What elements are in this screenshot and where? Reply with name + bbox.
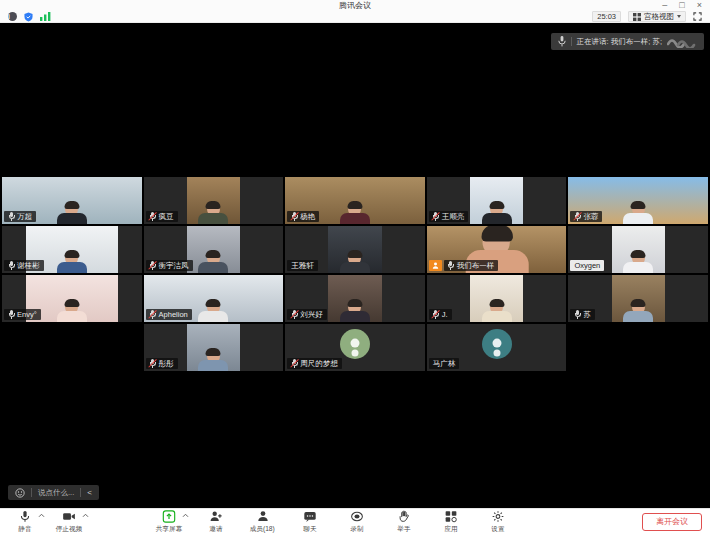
participant-video bbox=[612, 226, 665, 273]
mic-status-icon bbox=[150, 212, 156, 221]
participant-tile[interactable]: Oxygen bbox=[568, 226, 708, 273]
participant-tile[interactable]: 王雅轩 bbox=[285, 226, 425, 273]
emoji-smiley-icon[interactable] bbox=[15, 488, 25, 498]
person-silhouette bbox=[328, 301, 381, 322]
participant-name-label: 万超 bbox=[4, 211, 36, 222]
participant-tile[interactable]: Aphelion bbox=[144, 275, 284, 322]
person-body bbox=[57, 213, 87, 224]
participant-tile[interactable]: 杨艳 bbox=[285, 177, 425, 224]
participant-tile[interactable]: 彤彤 bbox=[144, 324, 284, 371]
speaking-text: 正在讲话: 我们布一样; 苏; bbox=[577, 37, 662, 47]
participant-name-label: 彤彤 bbox=[146, 358, 178, 369]
person-body bbox=[198, 311, 228, 322]
video-stage: 正在讲话: 我们布一样; 苏; 万超 bbox=[0, 23, 710, 508]
chatbar-divider bbox=[31, 488, 32, 497]
participant-tile[interactable]: Envy° bbox=[2, 275, 142, 322]
mic-status-icon bbox=[291, 212, 297, 221]
toolbar-button-members[interactable]: 成员(18) bbox=[246, 510, 280, 534]
mic-status-icon bbox=[8, 310, 14, 319]
chat-quick-bar[interactable]: 说点什么... < bbox=[8, 485, 99, 500]
chevron-up-icon[interactable] bbox=[182, 513, 190, 518]
view-mode-selector[interactable]: 宫格视图 bbox=[628, 11, 686, 22]
person-silhouette bbox=[470, 301, 523, 322]
chevron-up-icon[interactable] bbox=[82, 513, 90, 518]
chatbar-collapse-button[interactable]: < bbox=[87, 488, 92, 497]
security-shield-icon[interactable] bbox=[24, 12, 33, 22]
participant-tile[interactable]: 张蓉 bbox=[568, 177, 708, 224]
participant-video bbox=[187, 324, 240, 371]
toolbar-group: 应用 bbox=[434, 510, 472, 534]
mic-status-icon bbox=[574, 310, 580, 319]
participant-tile[interactable]: 周尺的梦想 bbox=[285, 324, 425, 371]
maximize-button[interactable]: □ bbox=[679, 0, 684, 11]
close-button[interactable]: × bbox=[697, 0, 702, 11]
toolbar-button-mic[interactable]: 静音 bbox=[8, 510, 42, 534]
participant-name-label: 马广林 bbox=[429, 358, 460, 369]
share-icon bbox=[162, 510, 176, 523]
participant-video bbox=[470, 275, 523, 322]
speaking-indicator-banner: 正在讲话: 我们布一样; 苏; bbox=[551, 33, 704, 50]
tile-bottom-row: 苏 bbox=[570, 309, 595, 320]
meeting-info-icon[interactable]: i bbox=[8, 12, 17, 21]
participant-video bbox=[612, 275, 665, 322]
toolbar-button-settings[interactable]: 设置 bbox=[481, 510, 515, 534]
participant-tile[interactable]: 谢桂彬 bbox=[2, 226, 142, 273]
microphone-icon bbox=[558, 36, 566, 47]
toolbar-button-record[interactable]: 录制 bbox=[340, 510, 374, 534]
person-hair bbox=[206, 250, 221, 258]
tile-bottom-row: 万超 bbox=[4, 211, 36, 222]
toolbar-button-chat[interactable]: 聊天 bbox=[293, 510, 327, 534]
participant-tile[interactable]: J. bbox=[427, 275, 567, 322]
toolbar-button-invite[interactable]: 邀请 bbox=[199, 510, 233, 534]
person-body bbox=[482, 213, 512, 224]
network-signal-icon[interactable] bbox=[40, 12, 51, 21]
person-hair bbox=[347, 201, 362, 209]
participant-tile[interactable]: 苏 bbox=[568, 275, 708, 322]
minimize-button[interactable]: – bbox=[662, 0, 667, 11]
participant-name-label: J. bbox=[429, 309, 452, 320]
participant-tile[interactable]: 我们布一样 bbox=[427, 226, 567, 273]
participant-name: 万超 bbox=[17, 211, 32, 222]
participant-tile[interactable]: 王顺亮 bbox=[427, 177, 567, 224]
toolbar-group: 设置 bbox=[481, 510, 519, 534]
person-body bbox=[623, 262, 653, 273]
chevron-down-icon bbox=[677, 15, 681, 18]
participant-name-label: 杨艳 bbox=[287, 211, 319, 222]
person-silhouette bbox=[187, 350, 240, 371]
participant-tile[interactable]: 马广林 bbox=[427, 324, 567, 371]
participant-tile[interactable]: 疯豆 bbox=[144, 177, 284, 224]
tile-bottom-row: J. bbox=[429, 309, 452, 320]
participant-tile[interactable]: 衡宇洁凤 bbox=[144, 226, 284, 273]
mic-status-icon bbox=[433, 212, 439, 221]
fullscreen-icon[interactable] bbox=[693, 12, 702, 21]
host-badge bbox=[429, 260, 442, 271]
chevron-up-icon[interactable] bbox=[38, 513, 46, 518]
toolbar-group: 录制 bbox=[340, 510, 378, 534]
person-body bbox=[340, 262, 370, 273]
tile-bottom-row: Aphelion bbox=[146, 309, 192, 320]
person-body bbox=[57, 311, 87, 322]
audio-wave-icon bbox=[667, 36, 697, 48]
chat-input-placeholder[interactable]: 说点什么... bbox=[38, 488, 74, 498]
toolbar-button-apps[interactable]: 应用 bbox=[434, 510, 468, 534]
mic-status-icon bbox=[291, 359, 297, 368]
participant-tile[interactable]: 刘兴好 bbox=[285, 275, 425, 322]
tile-bottom-row: Oxygen bbox=[570, 260, 604, 271]
meeting-timer: 25:03 bbox=[592, 11, 621, 22]
leave-meeting-button[interactable]: 离开会议 bbox=[642, 513, 702, 531]
toolbar-group: 静音 bbox=[8, 510, 46, 534]
window-titlebar: 腾讯会议 – □ × bbox=[0, 0, 710, 11]
participant-avatar bbox=[340, 329, 370, 359]
participant-tile[interactable]: 万超 bbox=[2, 177, 142, 224]
toolbar-button-camera[interactable]: 停止视频 bbox=[52, 510, 86, 534]
participant-name: J. bbox=[442, 309, 448, 320]
toolbar-button-hand[interactable]: 举手 bbox=[387, 510, 421, 534]
participant-video bbox=[470, 177, 523, 224]
mic-icon bbox=[18, 510, 32, 523]
participant-name-label: Oxygen bbox=[570, 260, 604, 271]
person-hair bbox=[489, 201, 504, 209]
tile-bottom-row: 谢桂彬 bbox=[4, 260, 44, 271]
participant-name: 王顺亮 bbox=[442, 211, 465, 222]
participant-name: 彤彤 bbox=[159, 358, 174, 369]
toolbar-button-share[interactable]: 共享屏幕 bbox=[152, 510, 186, 534]
